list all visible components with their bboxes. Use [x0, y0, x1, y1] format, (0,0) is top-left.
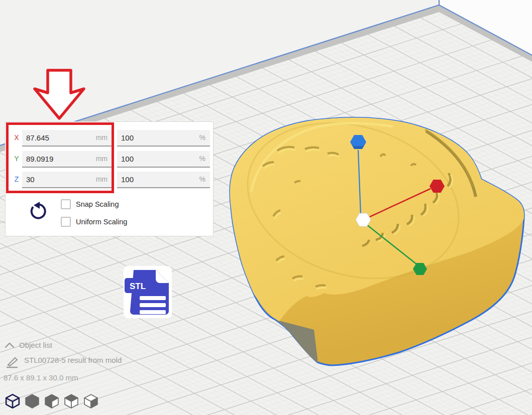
view-3d-button[interactable] — [5, 393, 20, 408]
scale-row-z: Z mm % — [6, 172, 213, 189]
reset-icon-arrowhead — [34, 202, 40, 209]
scale-x-mm-unit: mm — [96, 133, 108, 142]
scale-tool-panel: X mm % Y mm % Z mm — [5, 121, 214, 236]
cube-right-white-icon — [45, 394, 58, 408]
uniform-scaling-label: Uniform Scaling — [76, 218, 127, 226]
camera-view-toolbar — [5, 393, 98, 408]
scale-z-percent-field[interactable]: % — [117, 172, 210, 188]
stl-label-text: STL — [130, 282, 146, 291]
snap-scaling-checkbox[interactable] — [61, 199, 71, 209]
slicer-app: X mm % Y mm % Z mm — [0, 0, 532, 415]
per-object-settings-icon — [5, 355, 19, 368]
view-front-button[interactable] — [25, 393, 40, 408]
scale-y-mm-input[interactable] — [26, 151, 89, 167]
view-left-button[interactable] — [64, 393, 79, 408]
scale-z-mm-unit: mm — [96, 175, 108, 183]
scale-y-percent-input[interactable] — [121, 151, 186, 167]
scale-x-mm-field[interactable]: mm — [22, 130, 112, 147]
scale-z-mm-field[interactable]: mm — [22, 172, 112, 188]
scale-row-x: X mm % — [6, 130, 213, 147]
scale-y-percent-unit: % — [199, 155, 205, 163]
reset-scale-button[interactable] — [28, 201, 48, 221]
object-list-item[interactable]: STL00728-5 result from mold — [24, 356, 122, 364]
axis-y-label: Y — [13, 155, 21, 163]
doc-text-line — [140, 296, 166, 300]
object-list-header[interactable]: Object list — [19, 341, 52, 349]
cube-top-white-icon — [84, 394, 97, 408]
scale-x-mm-input[interactable] — [26, 130, 89, 146]
scale-row-y: Y mm % — [6, 151, 213, 168]
view-top-button[interactable] — [44, 393, 59, 408]
scale-y-percent-field[interactable]: % — [117, 151, 210, 168]
collapse-chevron-icon[interactable] — [4, 342, 15, 348]
model-dimensions-text: 87.6 x 89.1 x 30.0 mm — [4, 373, 78, 382]
uniform-scaling-checkbox[interactable] — [61, 217, 71, 227]
stl-file-icon: STL — [119, 263, 175, 320]
snap-scaling-label: Snap Scaling — [76, 200, 119, 208]
scale-x-percent-field[interactable]: % — [117, 130, 210, 147]
scale-x-percent-input[interactable] — [121, 130, 186, 146]
cube-solid-icon — [26, 394, 39, 408]
doc-text-line — [140, 310, 166, 314]
doc-text-line — [140, 303, 166, 307]
cube-front-white-icon — [65, 394, 78, 408]
view-right-button[interactable] — [83, 393, 98, 408]
axis-z-label: Z — [13, 175, 21, 183]
scale-z-mm-input[interactable] — [26, 172, 89, 187]
scale-y-mm-field[interactable]: mm — [22, 151, 112, 168]
scale-y-mm-unit: mm — [96, 155, 108, 163]
scale-z-percent-input[interactable] — [121, 172, 186, 187]
scale-z-percent-unit: % — [199, 175, 205, 183]
scale-x-percent-unit: % — [199, 133, 205, 142]
axis-x-label: X — [13, 133, 21, 142]
